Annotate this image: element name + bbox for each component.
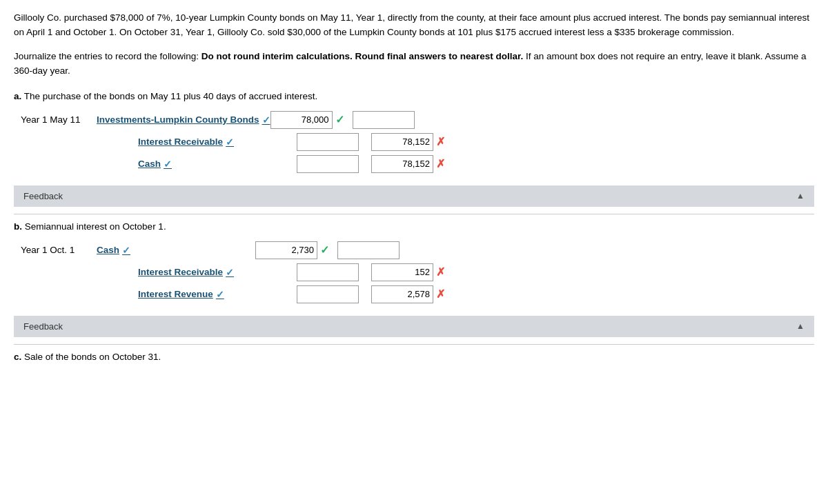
account-cash-a: Cash ✓ [138, 159, 297, 170]
section-b: b. Semiannual interest on October 1. Yea… [14, 221, 814, 337]
credit-x-a-3: ✗ [436, 157, 445, 170]
section-a-header: a. The purchase of the bonds on May 11 p… [14, 91, 814, 101]
section-b-journal: Year 1 Oct. 1 Cash ✓ 2,730 ✓ [14, 239, 814, 310]
divider-ab [14, 214, 814, 214]
entry-row-a-1: Year 1 May 11 Investments-Lumpkin County… [21, 111, 814, 129]
debit-box-b-1: 2,730 [255, 241, 317, 259]
account-investments: Investments-Lumpkin County Bonds ✓ [97, 114, 270, 125]
feedback-arrow-b: ▲ [796, 321, 805, 331]
entry-date-b: Year 1 Oct. 1 [21, 245, 97, 255]
section-a-journal: Year 1 May 11 Investments-Lumpkin County… [14, 108, 814, 180]
debit-box-b-3 [297, 285, 359, 303]
account-interest-revenue-b: Interest Revenue ✓ [138, 289, 297, 300]
credit-box-a-1 [353, 111, 415, 129]
debit-box-b-2 [297, 263, 359, 281]
credit-x-b-2: ✗ [436, 265, 445, 279]
credit-box-a-3: 78,152 [371, 155, 433, 173]
credit-box-b-2: 152 [371, 263, 433, 281]
main-content: Gillooly Co. purchased $78,000 of 7%, 10… [0, 0, 828, 376]
account-check-b-1: ✓ [122, 245, 130, 256]
section-a: a. The purchase of the bonds on May 11 p… [14, 91, 814, 207]
credit-area-b-2: 152 ✗ [371, 263, 445, 281]
credit-x-b-3: ✗ [436, 288, 445, 301]
entry-row-b-1: Year 1 Oct. 1 Cash ✓ 2,730 ✓ [21, 241, 814, 259]
credit-x-a-2: ✗ [436, 135, 445, 148]
section-c-header: c. Sale of the bonds on October 31. [14, 352, 814, 362]
credit-area-b-3: 2,578 ✗ [371, 285, 445, 303]
section-c: c. Sale of the bonds on October 31. [14, 352, 814, 362]
account-check-a-1: ✓ [262, 114, 270, 125]
instruction-paragraph: Journalize the entries to record the fol… [14, 50, 814, 79]
account-check-b-2: ✓ [226, 267, 234, 278]
entry-row-a-2: Interest Receivable ✓ 78,152 ✗ [21, 133, 814, 151]
credit-area-a-2: 78,152 ✗ [371, 133, 445, 151]
debit-box-a-3 [297, 155, 359, 173]
entry-date-a: Year 1 May 11 [21, 114, 97, 125]
feedback-bar-a[interactable]: Feedback ▲ [14, 185, 814, 207]
debit-box-a-2 [297, 133, 359, 151]
account-check-a-3: ✓ [164, 159, 172, 170]
entry-row-b-2: Interest Receivable ✓ 152 ✗ [21, 263, 814, 281]
credit-box-b-3: 2,578 [371, 285, 433, 303]
entry-row-b-3: Interest Revenue ✓ 2,578 ✗ [21, 285, 814, 303]
credit-box-a-2: 78,152 [371, 133, 433, 151]
credit-area-a-3: 78,152 ✗ [371, 155, 445, 173]
intro-paragraph-1: Gillooly Co. purchased $78,000 of 7%, 10… [14, 11, 814, 40]
debit-check-a-1: ✓ [335, 113, 344, 126]
feedback-bar-b[interactable]: Feedback ▲ [14, 316, 814, 337]
debit-box-a-1: 78,000 [270, 111, 333, 129]
account-interest-receivable-b: Interest Receivable ✓ [138, 267, 297, 278]
feedback-arrow-a: ▲ [796, 191, 805, 201]
account-cash-b: Cash ✓ [97, 245, 255, 256]
debit-area-b-1: 2,730 ✓ [255, 241, 329, 259]
section-b-header: b. Semiannual interest on October 1. [14, 221, 814, 232]
divider-bc [14, 344, 814, 345]
account-check-b-3: ✓ [216, 289, 224, 300]
debit-area-a-1: 78,000 ✓ [270, 111, 344, 129]
account-interest-receivable-a: Interest Receivable ✓ [138, 137, 297, 148]
debit-check-b-1: ✓ [320, 243, 329, 256]
account-check-a-2: ✓ [226, 137, 234, 148]
entry-row-a-3: Cash ✓ 78,152 ✗ [21, 155, 814, 173]
credit-box-b-1 [337, 241, 400, 259]
